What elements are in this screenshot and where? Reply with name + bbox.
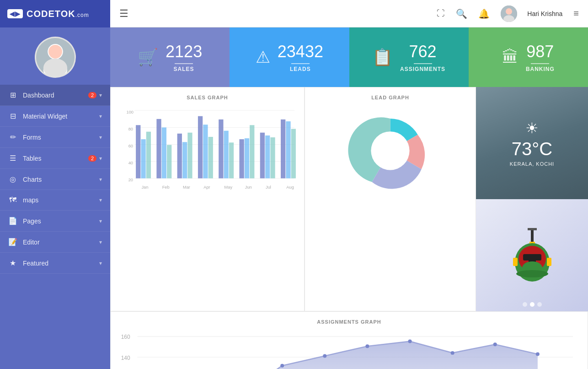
assignments-chart-panel: ASSIGNMENTS GRAPH 160 140 120 100 80 60 (110, 311, 588, 369)
material-widget-icon: ⊟ (8, 112, 17, 120)
weather-panel: ☀ 73°C KERALA, KOCHI (476, 87, 588, 199)
sidebar-item-label: Tables (23, 155, 88, 162)
logo-icon: ◀▶ (7, 9, 23, 18)
carousel-dot-3[interactable] (537, 302, 542, 307)
svg-point-83 (493, 342, 497, 346)
svg-point-79 (323, 354, 326, 358)
svg-point-4 (48, 45, 62, 59)
svg-text:Jul: Jul (266, 185, 271, 190)
sidebar-logo: ◀▶ CODETOK.com (0, 0, 110, 27)
svg-rect-37 (265, 136, 270, 179)
carousel-dot-2[interactable] (530, 302, 535, 307)
svg-rect-26 (187, 133, 192, 179)
svg-text:Jun: Jun (245, 185, 252, 190)
svg-point-78 (280, 364, 284, 368)
forms-icon: ✏ (8, 133, 17, 141)
svg-text:80: 80 (128, 127, 133, 131)
header-user-name: Hari Krishna (527, 10, 562, 17)
svg-point-6 (506, 8, 512, 15)
svg-rect-61 (547, 258, 551, 266)
svg-text:Aug: Aug (286, 185, 294, 190)
mascot-panel (476, 199, 588, 311)
fullscreen-icon[interactable]: ⛶ (437, 9, 445, 18)
chevron-down-icon: ▾ (99, 155, 102, 162)
banking-icon: 🏛 (502, 48, 519, 67)
svg-text:Mar: Mar (183, 185, 190, 190)
stat-card-leads[interactable]: ⚠ 23432 LEADS (230, 27, 349, 87)
chevron-down-icon: ▾ (99, 134, 102, 141)
stat-card-banking[interactable]: 🏛 987 BANKING (469, 27, 588, 87)
bell-icon[interactable]: 🔔 (478, 8, 490, 19)
main-content: ☰ ⛶ 🔍 🔔 Hari Krishna ≡ 🛒 2123 SALES ⚠ (110, 0, 588, 369)
svg-text:160: 160 (121, 334, 130, 340)
sidebar-item-tables[interactable]: ☰ Tables 2 ▾ (0, 148, 110, 169)
assignments-number: 762 (400, 42, 445, 61)
svg-rect-25 (182, 142, 187, 178)
svg-text:100: 100 (127, 110, 134, 114)
sidebar-item-pages[interactable]: 📄 Pages ▾ (0, 211, 110, 232)
sidebar-item-editor[interactable]: 📝 Editor ▾ (0, 232, 110, 253)
sidebar-item-forms[interactable]: ✏ Forms ▾ (0, 127, 110, 148)
chevron-down-icon: ▾ (99, 260, 102, 266)
svg-rect-51 (531, 228, 534, 244)
sidebar-item-label: maps (23, 196, 99, 204)
content-area: 🛒 2123 SALES ⚠ 23432 LEADS 📋 762 (110, 27, 588, 369)
sales-chart-title: SALES GRAPH (118, 95, 297, 100)
assignments-divider (414, 63, 432, 64)
svg-text:Apr: Apr (203, 185, 210, 190)
avatar (35, 37, 76, 78)
sales-chart-panel: SALES GRAPH 100 80 60 40 20 (110, 87, 305, 311)
pages-icon: 📄 (8, 217, 17, 225)
sales-icon: 🛒 (138, 48, 158, 67)
svg-rect-19 (141, 139, 145, 178)
chevron-down-icon: ▾ (99, 92, 102, 98)
sidebar-item-material-widget[interactable]: ⊟ Material Widget ▾ (0, 106, 110, 127)
lead-chart-title: LEAD GRAPH (312, 95, 468, 100)
stat-card-sales[interactable]: 🛒 2123 SALES (110, 27, 230, 87)
search-icon[interactable]: 🔍 (456, 8, 467, 19)
banking-number: 987 (526, 42, 555, 61)
assignments-chart-svg: 160 140 120 100 80 60 (118, 329, 580, 369)
svg-text:20: 20 (128, 178, 133, 182)
weather-location: KERALA, KOCHI (510, 161, 554, 167)
dashboard-icon: ⊞ (8, 91, 17, 99)
chevron-down-icon: ▾ (99, 218, 102, 224)
svg-rect-52 (528, 228, 537, 230)
svg-rect-24 (177, 134, 182, 179)
stats-row: 🛒 2123 SALES ⚠ 23432 LEADS 📋 762 (110, 27, 588, 87)
svg-text:60: 60 (128, 144, 133, 148)
sidebar-profile (0, 27, 110, 85)
sidebar-item-maps[interactable]: 🗺 maps ▾ (0, 190, 110, 211)
weather-sun-icon: ☀ (510, 119, 554, 137)
svg-rect-29 (208, 137, 213, 179)
middle-section: ASSIGNMENTS GRAPH 160 140 120 100 80 60 (110, 311, 588, 369)
svg-rect-21 (156, 119, 161, 179)
svg-point-59 (516, 270, 548, 277)
assignments-icon: 📋 (372, 48, 393, 67)
tables-badge: 2 (88, 155, 96, 162)
header-more-icon[interactable]: ≡ (573, 8, 579, 19)
charts-icon: ◎ (8, 175, 17, 184)
stat-card-assignments[interactable]: 📋 762 ASSIGNMENTS (349, 27, 469, 87)
menu-icon[interactable]: ☰ (119, 8, 128, 20)
svg-rect-23 (167, 145, 171, 178)
svg-text:Feb: Feb (162, 185, 170, 190)
editor-icon: 📝 (8, 238, 17, 246)
sidebar-item-label: Editor (23, 239, 99, 246)
mascot-image (505, 226, 560, 285)
sidebar-item-featured[interactable]: ★ Featured ▾ (0, 253, 110, 274)
sidebar-item-label: Pages (23, 217, 99, 225)
svg-point-81 (408, 340, 412, 343)
svg-rect-36 (260, 133, 265, 179)
svg-rect-27 (198, 116, 203, 179)
svg-rect-22 (162, 127, 166, 178)
carousel-dot-1[interactable] (523, 302, 527, 307)
svg-text:40: 40 (128, 161, 133, 165)
svg-rect-40 (286, 121, 290, 179)
sidebar-item-label: Forms (23, 134, 99, 141)
svg-rect-39 (281, 119, 285, 179)
leads-icon: ⚠ (256, 48, 270, 67)
sidebar-item-dashboard[interactable]: ⊞ Dashboard 2 ▾ (0, 85, 110, 106)
sidebar-item-charts[interactable]: ◎ Charts ▾ (0, 169, 110, 190)
sales-chart-svg: 100 80 60 40 20 (118, 105, 297, 195)
